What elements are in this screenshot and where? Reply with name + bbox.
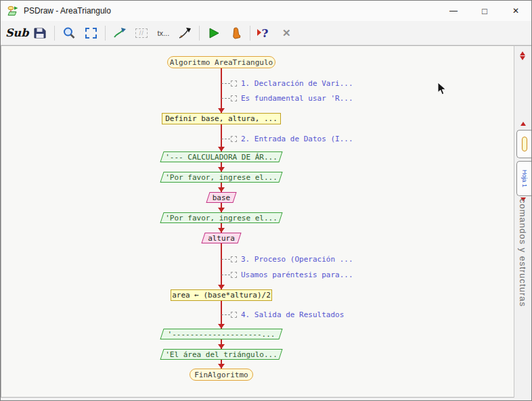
mini-terminator-shape-icon <box>522 137 527 151</box>
toolbar-separator <box>250 26 250 41</box>
flow-arrow-icon <box>218 108 225 113</box>
text-tool-button[interactable]: tx... <box>153 24 173 43</box>
save-floppy-icon <box>33 26 47 40</box>
sheet-tab-main[interactable] <box>516 130 532 158</box>
panel-resize-grip-icon[interactable] <box>520 51 525 60</box>
comment-anchor-icon <box>231 80 237 87</box>
selection-dashed-icon: // <box>135 28 148 38</box>
node-process-definir[interactable]: Definir base, altura, ... <box>162 113 281 124</box>
commands-panel-label[interactable]: comandos y estructuras <box>518 199 528 307</box>
comment-connector <box>221 83 230 84</box>
flow-arrow-icon <box>218 187 225 192</box>
toolbar: Sub <box>1 21 531 45</box>
right-side-strip: Hoja 1 comandos y estructuras <box>514 45 532 398</box>
flow-arrow-icon <box>218 147 225 151</box>
node-process-area[interactable]: area ← (base*altura)/2 <box>171 289 272 301</box>
node-end-terminator[interactable]: FinAlgoritmo <box>190 369 253 381</box>
toolbar-separator <box>54 26 55 41</box>
selection-button[interactable]: // <box>131 24 152 43</box>
run-step-icon <box>229 26 242 40</box>
comment-connector <box>221 139 230 139</box>
flow-arrow-icon <box>218 167 225 172</box>
node-output-prompt-altura[interactable]: 'Por favor, ingrese el... <box>162 212 281 223</box>
zoom-button[interactable] <box>59 24 79 43</box>
close-x-icon: ✕ <box>282 27 291 39</box>
app-icon <box>7 5 18 16</box>
window-title: PSDraw - AreaTriangulo <box>24 6 111 16</box>
help-question-icon: ? <box>261 26 268 40</box>
comment-node[interactable]: 2. Entrada de Datos (I... <box>221 134 353 143</box>
help-red-accent-icon <box>257 29 261 36</box>
window-controls: — □ ✕ <box>438 1 531 21</box>
save-button[interactable] <box>30 24 50 43</box>
node-input-altura[interactable]: altura <box>203 233 240 243</box>
flow-arrow-icon <box>218 208 225 212</box>
pen-tool-button[interactable] <box>175 24 195 43</box>
flow-arrow-icon <box>218 364 225 369</box>
arrow-draw-button[interactable] <box>110 24 130 43</box>
psdraw-window: PSDraw - AreaTriangulo — □ ✕ Sub <box>0 0 532 401</box>
comment-anchor-icon <box>231 256 237 262</box>
node-output-result[interactable]: 'El área del triángulo... <box>162 349 281 360</box>
subprocess-label: Sub <box>5 26 28 39</box>
mouse-cursor-icon <box>437 82 447 95</box>
comment-anchor-icon <box>231 312 237 318</box>
comment-node[interactable]: Es fundamental usar 'R... <box>221 93 353 103</box>
node-start-terminator[interactable]: Algoritmo AreaTriangulo <box>167 56 275 68</box>
grip-down-arrow-icon <box>520 56 525 60</box>
zoom-magnifier-icon <box>62 26 76 40</box>
close-button[interactable]: ✕ <box>500 1 531 21</box>
comment-connector <box>221 259 230 260</box>
node-output-header[interactable]: '--- CALCULADORA DE ÁR... <box>162 151 281 162</box>
comment-anchor-icon <box>231 136 237 142</box>
node-input-base[interactable]: base <box>208 192 235 203</box>
help-button[interactable]: ? <box>254 24 275 43</box>
grip-up-arrow-icon <box>520 51 525 55</box>
comment-connector <box>221 98 230 99</box>
comment-node[interactable]: Usamos paréntesis para... <box>221 270 353 279</box>
fit-view-icon <box>83 26 98 40</box>
comment-node[interactable]: 4. Salida de Resultados <box>221 310 344 319</box>
node-output-prompt-base[interactable]: 'Por favor, ingrese el... <box>162 172 281 183</box>
titlebar: PSDraw - AreaTriangulo — □ ✕ <box>1 1 531 21</box>
run-button[interactable] <box>204 24 224 43</box>
sheet-tab-hoja1[interactable]: Hoja 1 <box>516 161 532 196</box>
run-step-button[interactable] <box>225 24 246 43</box>
comment-connector <box>221 275 230 275</box>
flow-arrow-icon <box>218 324 225 329</box>
subprocess-button[interactable]: Sub <box>5 24 28 43</box>
toolbar-separator <box>199 26 200 41</box>
flow-arrow-icon <box>218 344 225 349</box>
comment-node[interactable]: 3. Proceso (Operación ... <box>221 254 353 264</box>
flowchart-canvas[interactable]: Algoritmo AreaTriangulo 1. Declaración d… <box>1 45 514 398</box>
pen-nib-icon <box>177 26 192 40</box>
run-play-icon <box>207 26 221 40</box>
toolbar-separator <box>105 26 106 41</box>
flow-arrow-icon <box>218 285 225 289</box>
maximize-button[interactable]: □ <box>469 1 500 21</box>
comment-node[interactable]: 1. Declaración de Vari... <box>221 78 353 88</box>
fit-view-button[interactable] <box>81 24 101 43</box>
close-drawing-button[interactable]: ✕ <box>276 24 296 43</box>
sheet-tab-label: Hoja 1 <box>521 170 528 187</box>
tab-scroll-up-icon[interactable] <box>520 122 526 126</box>
text-tool-label: tx... <box>158 29 170 37</box>
comment-anchor-icon <box>231 272 237 278</box>
flow-arrow-icon <box>218 228 225 233</box>
arrow-draw-icon <box>112 26 127 40</box>
minimize-button[interactable]: — <box>438 1 469 21</box>
node-output-separator[interactable]: '--------------------... <box>162 329 281 339</box>
comment-connector <box>221 314 230 315</box>
comment-anchor-icon <box>231 95 237 101</box>
